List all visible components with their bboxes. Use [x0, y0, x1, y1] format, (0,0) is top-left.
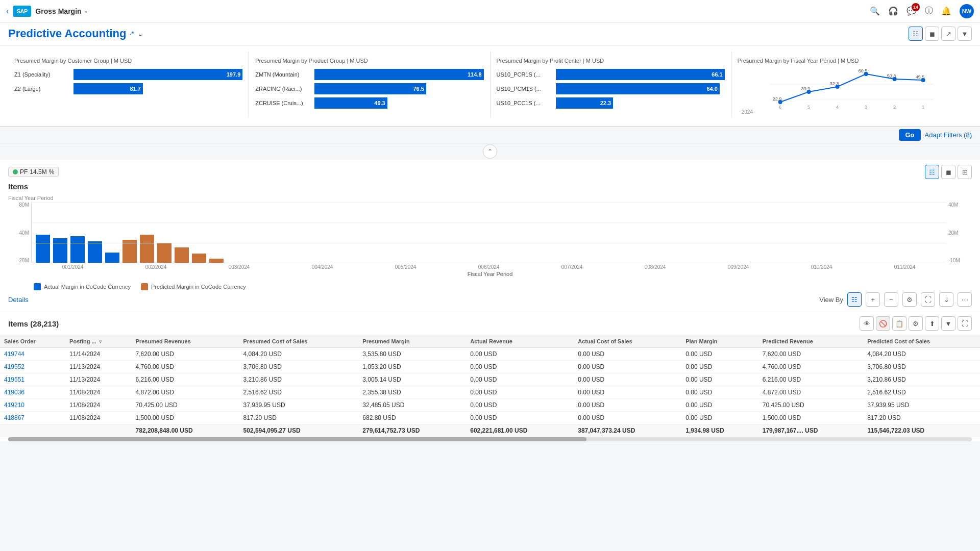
x-label-005: 005/2024 [395, 264, 416, 270]
zoom-out-button[interactable]: − [884, 292, 898, 307]
col-presumed-margin[interactable]: Presumed Margin [358, 335, 466, 348]
row-419744-pred-cos: 4,084.20 USD [863, 348, 980, 361]
row-419744-presumed-margin: 3,535.80 USD [358, 348, 466, 361]
table-row: 419036 11/08/2024 4,872.00 USD 2,516.62 … [0, 386, 980, 399]
col-actual-revenue[interactable]: Actual Revenue [466, 335, 574, 348]
table-view-button[interactable]: ☷ [925, 165, 939, 179]
total-presumed-cos: 502,594,095.27 USD [239, 424, 359, 437]
grid-line-mid [32, 222, 946, 223]
chart-view-button[interactable]: ◼ [925, 27, 939, 41]
table-export-button[interactable]: ⬆ [925, 316, 939, 331]
details-link[interactable]: Details [8, 296, 29, 304]
go-button[interactable]: Go [899, 129, 920, 141]
view-toggle-button[interactable]: 👁 [860, 316, 874, 331]
horizontal-scrollbar[interactable] [8, 437, 972, 441]
row-418867-actual-cos: 0.00 USD [574, 412, 681, 424]
row-419036-id[interactable]: 419036 [0, 386, 65, 399]
grid-view-button[interactable]: ⊞ [958, 165, 972, 179]
headset-icon[interactable]: 🎧 [888, 6, 898, 16]
row-419744-actual-rev: 0.00 USD [466, 348, 574, 361]
items-title: Items [8, 182, 972, 191]
row-418867-id[interactable]: 418867 [0, 412, 65, 424]
row-419036-presumed-cos: 2,516.62 USD [239, 386, 359, 399]
table-settings-button[interactable]: ⚙ [909, 316, 923, 331]
svg-text:4: 4 [836, 105, 839, 110]
title-dropdown-icon[interactable]: ⌄ [84, 8, 88, 14]
items-table: Sales Order Posting ... ▿ Presumed Reven… [0, 335, 980, 437]
svg-text:6: 6 [779, 105, 781, 110]
col-posting[interactable]: Posting ... ▿ [65, 335, 131, 348]
sub-title-dropdown[interactable]: ⌄ [137, 30, 143, 38]
col-sales-order[interactable]: Sales Order [0, 335, 65, 348]
svg-text:1: 1 [922, 105, 924, 110]
more-options-button[interactable]: ▼ [958, 27, 972, 41]
col-predicted-cos[interactable]: Predicted Cost of Sales [863, 335, 980, 348]
legend-actual-label: Actual Margin in CoCode Currency [44, 284, 131, 290]
chart-view-button-2[interactable]: ◼ [941, 165, 955, 179]
adapt-filters-link[interactable]: Adapt Filters (8) [925, 131, 972, 139]
bar-blue-5 [105, 253, 119, 263]
row-419744-id[interactable]: 419744 [0, 348, 65, 361]
sub-header: Predictive Accounting ·* ⌄ ☷ ◼ ↗ ▼ [0, 22, 980, 45]
kpi-bar-row-zcruise: ZCRUISE (Cruis...) 49.3 [255, 97, 483, 109]
row-418867-presumed-cos: 817.20 USD [239, 412, 359, 424]
y-right-40m: 40M [948, 202, 958, 208]
table-title: Items (28,213) [8, 319, 59, 328]
kpi-panel-product-group: Presumed Margin by Product Group | M USD… [249, 52, 489, 118]
y-label-neg20m: -20M [17, 258, 29, 263]
x-label-010: 010/2024 [811, 264, 832, 270]
view-by-label: View By [819, 296, 843, 304]
settings-button[interactable]: ⚙ [902, 292, 917, 307]
col-actual-cos[interactable]: Actual Cost of Sales [574, 335, 681, 348]
x-labels-row: 001/2024 002/2024 003/2024 004/2024 005/… [31, 264, 946, 270]
search-icon[interactable]: 🔍 [870, 6, 880, 16]
col-presumed-cos[interactable]: Presumed Cost of Sales [239, 335, 359, 348]
export-button[interactable]: ↗ [941, 27, 955, 41]
row-419552-id[interactable]: 419552 [0, 361, 65, 373]
app-title-star: ·* [129, 30, 134, 38]
fullscreen-button[interactable]: ⛶ [921, 292, 935, 307]
row-419210-id[interactable]: 419210 [0, 399, 65, 412]
kpi-label-z2: Z2 (Large) [14, 86, 70, 92]
avatar[interactable]: NW [960, 4, 974, 18]
zoom-in-button[interactable]: + [866, 292, 880, 307]
row-419210-pred-rev: 70,425.00 USD [758, 399, 863, 412]
col-plan-margin[interactable]: Plan Margin [681, 335, 758, 348]
row-419210-pred-cos: 37,939.95 USD [863, 399, 980, 412]
table-head: Sales Order Posting ... ▿ Presumed Reven… [0, 335, 980, 348]
app-title: Predictive Accounting [8, 27, 126, 40]
view-by-table-btn[interactable]: ☷ [847, 292, 862, 307]
chart-container: Fiscal Year Period 80M 40M -20M [8, 193, 972, 279]
kpi-panel-fiscal-period: Presumed Margin by Fiscal Year Period | … [731, 52, 972, 118]
scrollbar-thumb[interactable] [8, 437, 586, 441]
bar-orange-3 [157, 243, 172, 263]
kpi-bar-zcruise: 49.3 [314, 97, 387, 109]
chat-icon[interactable]: 💬 14 [906, 6, 917, 16]
svg-text:50.8: 50.8 [887, 73, 896, 79]
legend-dot-blue [34, 283, 41, 290]
collapse-button[interactable]: ⌃ [483, 144, 497, 159]
row-419210-presumed-cos: 37,939.95 USD [239, 399, 359, 412]
more-chart-options[interactable]: ⋯ [958, 292, 972, 307]
help-icon[interactable]: ⓘ [925, 6, 933, 16]
kpi-bar-wrap-z1: 197.9 [74, 69, 242, 80]
list-view-button[interactable]: ☷ [909, 27, 923, 41]
col-predicted-revenue[interactable]: Predicted Revenue [758, 335, 863, 348]
legend-actual: Actual Margin in CoCode Currency [34, 283, 131, 290]
table-dropdown-button[interactable]: ▼ [941, 316, 955, 331]
chart-download-button[interactable]: ⇓ [939, 292, 953, 307]
back-button[interactable]: ‹ [6, 7, 9, 16]
row-419551-presumed-cos: 3,210.86 USD [239, 373, 359, 386]
copy-button[interactable]: 📋 [892, 316, 906, 331]
delete-button[interactable]: 🚫 [876, 316, 890, 331]
kpi-label-z1: Z1 (Speciality) [14, 71, 70, 78]
bars-container [32, 202, 946, 263]
row-419552-presumed-rev: 4,760.00 USD [132, 361, 239, 373]
col-presumed-revenues[interactable]: Presumed Revenues [132, 335, 239, 348]
row-419551-id[interactable]: 419551 [0, 373, 65, 386]
table-fullscreen-button[interactable]: ⛶ [958, 316, 972, 331]
sub-header-icons: ☷ ◼ ↗ ▼ [909, 27, 972, 41]
table-row: 418867 11/08/2024 1,500.00 USD 817.20 US… [0, 412, 980, 424]
collapse-row: ⌃ [0, 143, 980, 160]
bell-icon[interactable]: 🔔 [941, 6, 951, 16]
